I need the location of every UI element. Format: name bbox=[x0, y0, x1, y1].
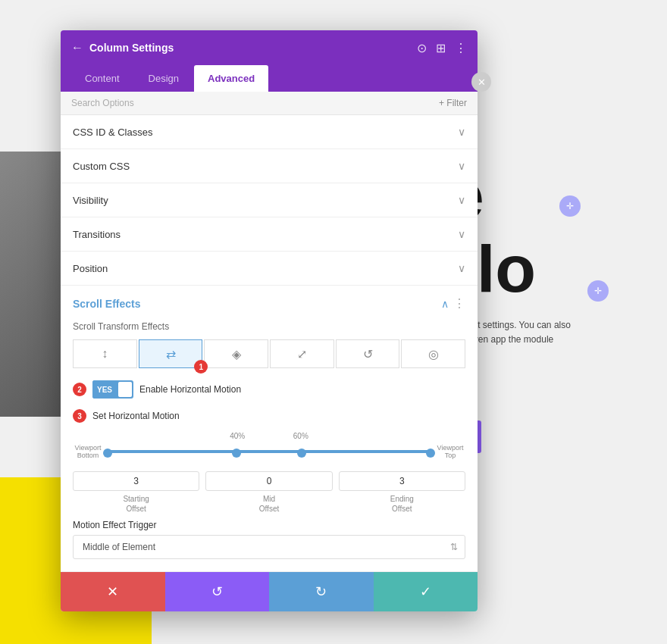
transform-btn-rotate[interactable]: ⤢ bbox=[270, 339, 334, 368]
trigger-select[interactable]: Middle of Element Top of Element Bottom … bbox=[73, 535, 465, 559]
slider-pct-40: 40% bbox=[230, 432, 245, 440]
collapse-icon[interactable]: ∧ bbox=[441, 298, 449, 310]
scroll-effects-header[interactable]: Scroll Effects ∧ ⋮ bbox=[61, 286, 478, 321]
panel-header: ← Column Settings ⊙ ⊞ ⋮ bbox=[61, 30, 478, 65]
transform-btn-vertical[interactable]: ↕ bbox=[73, 339, 137, 368]
bottom-toolbar: ✕ ↺ ↻ ✓ bbox=[61, 572, 478, 611]
slider-track-wrapper[interactable]: ViewportBottom bbox=[73, 444, 465, 459]
accordion-visibility-label: Visibility bbox=[73, 195, 108, 206]
accordion-css-id: CSS ID & Classes ∨ bbox=[61, 115, 478, 149]
transform-btn-spin[interactable]: ↺ bbox=[336, 339, 400, 368]
redo-button[interactable]: ↻ bbox=[269, 572, 374, 611]
chevron-down-icon-3: ∨ bbox=[458, 194, 465, 206]
toggle-handle bbox=[118, 382, 132, 397]
chevron-down-icon: ∨ bbox=[458, 126, 465, 138]
enable-horizontal-row: 2 YES Enable Horizontal Motion bbox=[73, 380, 465, 399]
accordion-css-id-label: CSS ID & Classes bbox=[73, 127, 152, 138]
enable-horizontal-label: Enable Horizontal Motion bbox=[139, 384, 241, 395]
panel-title: Column Settings bbox=[89, 42, 174, 54]
ending-offset-label: EndingOffset bbox=[390, 494, 414, 514]
transform-effects-label: Scroll Transform Effects bbox=[73, 321, 465, 332]
save-button[interactable]: ✓ bbox=[374, 572, 478, 611]
reset-button[interactable]: ↺ bbox=[165, 572, 270, 611]
accordion-position-label: Position bbox=[73, 263, 108, 274]
accordion-custom-css: Custom CSS ∨ bbox=[61, 149, 478, 183]
accordion-visibility: Visibility ∨ bbox=[61, 183, 478, 217]
starting-offset-group: StartingOffset bbox=[73, 471, 199, 514]
slider-container: 40% 60% ViewportBottom bbox=[73, 432, 465, 459]
transform-btn-blur[interactable]: ◎ bbox=[401, 339, 465, 368]
panel-close-button[interactable]: ✕ bbox=[471, 72, 491, 92]
toggle-yes-label: YES bbox=[92, 380, 117, 399]
badge-1: 1 bbox=[194, 360, 208, 374]
scroll-effects-section: Scroll Effects ∧ ⋮ Scroll Transform Effe… bbox=[61, 286, 478, 572]
accordion-transitions-header[interactable]: Transitions ∨ bbox=[61, 217, 478, 251]
slider-pct-60: 60% bbox=[293, 432, 308, 440]
slider-thumb-end[interactable] bbox=[426, 449, 435, 458]
grid-icon[interactable]: ⊞ bbox=[436, 41, 446, 55]
ending-offset-group: EndingOffset bbox=[339, 471, 465, 514]
mid-offset-group: MidOffset bbox=[205, 471, 332, 514]
scroll-effects-title: Scroll Effects bbox=[73, 298, 140, 310]
badge-3: 3 bbox=[73, 409, 86, 423]
set-horizontal-label: Set Horizontal Motion bbox=[92, 411, 180, 421]
transform-btn-horizontal[interactable]: ⇄ 1 bbox=[139, 339, 203, 368]
trigger-select-wrapper[interactable]: Middle of Element Top of Element Bottom … bbox=[73, 535, 465, 559]
mid-offset-input[interactable] bbox=[205, 471, 332, 491]
scroll-effects-controls: ∧ ⋮ bbox=[441, 296, 465, 311]
set-horizontal-row: 3 Set Horizontal Motion bbox=[73, 409, 465, 423]
chevron-down-icon-4: ∨ bbox=[458, 228, 465, 240]
transform-icons-row: ↕ ⇄ 1 ◈ ⤢ ↺ ◎ bbox=[73, 339, 465, 368]
enable-horizontal-toggle[interactable]: YES bbox=[92, 380, 133, 399]
tab-design[interactable]: Design bbox=[135, 65, 193, 92]
trigger-section: Motion Effect Trigger Middle of Element … bbox=[73, 520, 465, 559]
panel-header-left: ← Column Settings bbox=[71, 41, 174, 55]
mid-offset-label: MidOffset bbox=[259, 494, 280, 514]
tab-content[interactable]: Content bbox=[71, 65, 133, 92]
column-settings-panel: ← Column Settings ⊙ ⊞ ⋮ Content Design A… bbox=[61, 30, 478, 611]
drag-icon-2: ✛ bbox=[587, 280, 609, 302]
panel-header-icons: ⊙ ⊞ ⋮ bbox=[417, 41, 467, 55]
fullscreen-icon[interactable]: ⊙ bbox=[417, 41, 427, 55]
filter-button[interactable]: + Filter bbox=[439, 98, 467, 108]
tab-advanced[interactable]: Advanced bbox=[194, 65, 268, 92]
accordion-css-id-header[interactable]: CSS ID & Classes ∨ bbox=[61, 115, 478, 148]
drag-icon-1: ✛ bbox=[559, 195, 581, 217]
panel-tabs: Content Design Advanced bbox=[61, 65, 478, 92]
accordion-position: Position ∨ bbox=[61, 252, 478, 286]
chevron-down-icon-5: ∨ bbox=[458, 262, 465, 274]
slider-thumb-mid-left[interactable] bbox=[232, 449, 241, 458]
accordion-transitions: Transitions ∨ bbox=[61, 217, 478, 252]
starting-offset-label: StartingOffset bbox=[123, 494, 149, 514]
scroll-effects-body: Scroll Transform Effects ↕ ⇄ 1 ◈ ⤢ ↺ ◎ 2… bbox=[61, 321, 478, 571]
offset-inputs: StartingOffset MidOffset EndingOffset bbox=[73, 471, 465, 514]
starting-offset-input[interactable] bbox=[73, 471, 199, 491]
slider-thumb-start[interactable] bbox=[103, 449, 112, 458]
search-bar: Search Options + Filter bbox=[61, 92, 478, 115]
slider-label-viewport-top: ViewportTop bbox=[435, 444, 465, 459]
accordion-transitions-label: Transitions bbox=[73, 229, 121, 240]
cancel-button[interactable]: ✕ bbox=[61, 572, 165, 611]
slider-label-viewport-bottom: ViewportBottom bbox=[73, 444, 103, 459]
search-placeholder[interactable]: Search Options bbox=[71, 98, 134, 108]
chevron-down-icon-2: ∨ bbox=[458, 160, 465, 172]
back-icon[interactable]: ← bbox=[71, 41, 83, 55]
accordion-visibility-header[interactable]: Visibility ∨ bbox=[61, 183, 478, 217]
trigger-label: Motion Effect Trigger bbox=[73, 520, 465, 530]
badge-2: 2 bbox=[73, 383, 86, 396]
transform-btn-scale[interactable]: ◈ bbox=[204, 339, 268, 368]
accordion-custom-css-label: Custom CSS bbox=[73, 161, 130, 172]
accordion-position-header[interactable]: Position ∨ bbox=[61, 252, 478, 285]
slider-thumb-mid-right[interactable] bbox=[297, 449, 306, 458]
ending-offset-input[interactable] bbox=[339, 471, 465, 491]
accordion-custom-css-header[interactable]: Custom CSS ∨ bbox=[61, 149, 478, 183]
more-icon[interactable]: ⋮ bbox=[455, 41, 467, 55]
scroll-effects-more-icon[interactable]: ⋮ bbox=[453, 296, 465, 311]
slider-track[interactable] bbox=[108, 450, 431, 453]
